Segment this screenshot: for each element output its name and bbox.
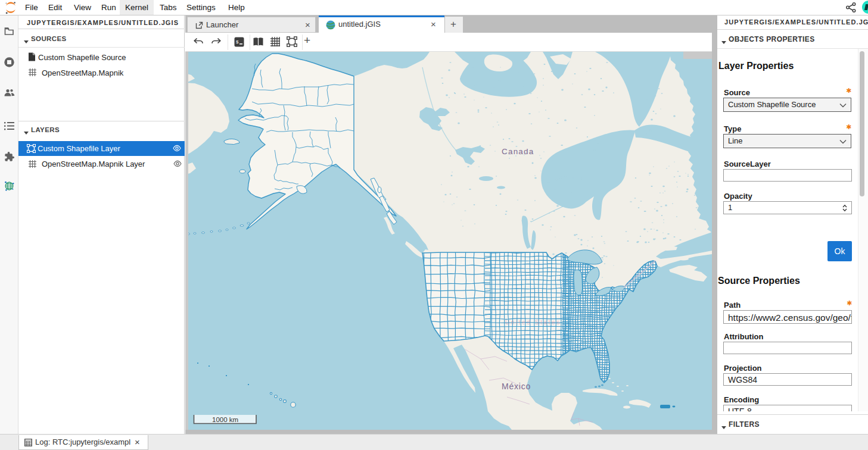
svg-text:1000 km: 1000 km: [212, 416, 238, 423]
svg-text:United States: United States: [505, 319, 561, 326]
svg-text:México: México: [502, 382, 531, 391]
svg-text:$: $: [236, 39, 239, 45]
svg-text:Canada: Canada: [502, 147, 534, 156]
